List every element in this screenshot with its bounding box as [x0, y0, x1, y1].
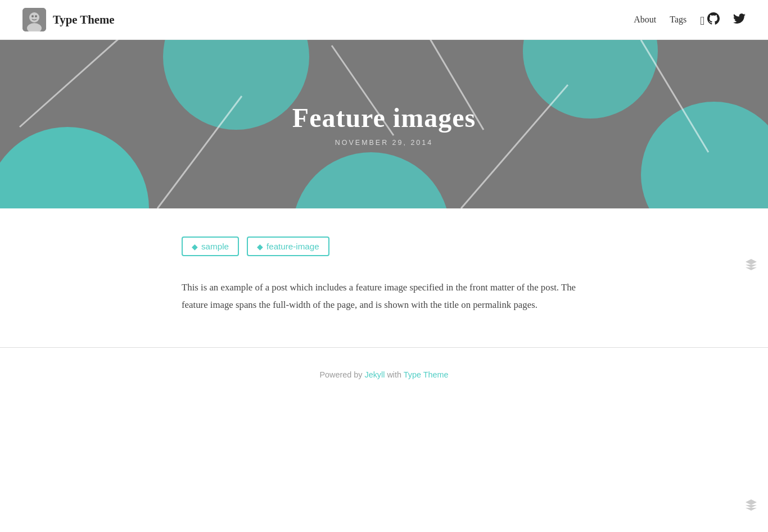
nav-about[interactable]: About	[634, 15, 656, 25]
post-title: Feature images	[292, 102, 476, 133]
nav-tags[interactable]: Tags	[670, 15, 686, 25]
main-content: ◆ sample ◆ feature-image This is an exam…	[170, 208, 598, 347]
jekyll-link[interactable]: Jekyll	[364, 370, 385, 379]
hero-banner: Feature images NOVEMBER 29, 2014	[0, 40, 768, 208]
type-theme-link[interactable]: Type Theme	[404, 370, 449, 379]
footer-text-middle: with	[385, 370, 403, 379]
twitter-icon[interactable]	[733, 12, 746, 28]
post-body: This is an example of a post which inclu…	[182, 279, 586, 313]
tag-list: ◆ sample ◆ feature-image	[182, 237, 586, 256]
site-footer: Powered by Jekyll with Type Theme	[0, 348, 768, 402]
github-icon[interactable]: 	[700, 12, 720, 28]
tag-sample[interactable]: ◆ sample	[182, 237, 239, 256]
footer-text-before: Powered by	[319, 370, 364, 379]
tag-icon-2: ◆	[257, 242, 263, 251]
floating-badge-mid	[744, 258, 758, 275]
site-logo	[22, 8, 46, 31]
main-nav: Type Theme About Tags 	[0, 0, 768, 40]
tag-icon: ◆	[192, 242, 198, 251]
svg-point-3	[31, 15, 34, 17]
post-date: NOVEMBER 29, 2014	[292, 139, 476, 147]
tag-feature-image-label: feature-image	[266, 242, 319, 251]
tag-feature-image[interactable]: ◆ feature-image	[247, 237, 329, 256]
svg-point-4	[35, 15, 37, 17]
brand-link[interactable]: Type Theme	[22, 8, 115, 31]
nav-links: About Tags 	[634, 12, 746, 28]
site-title: Type Theme	[53, 13, 115, 26]
hero-text-block: Feature images NOVEMBER 29, 2014	[292, 102, 476, 147]
tag-sample-label: sample	[201, 242, 229, 251]
svg-point-1	[29, 12, 39, 22]
